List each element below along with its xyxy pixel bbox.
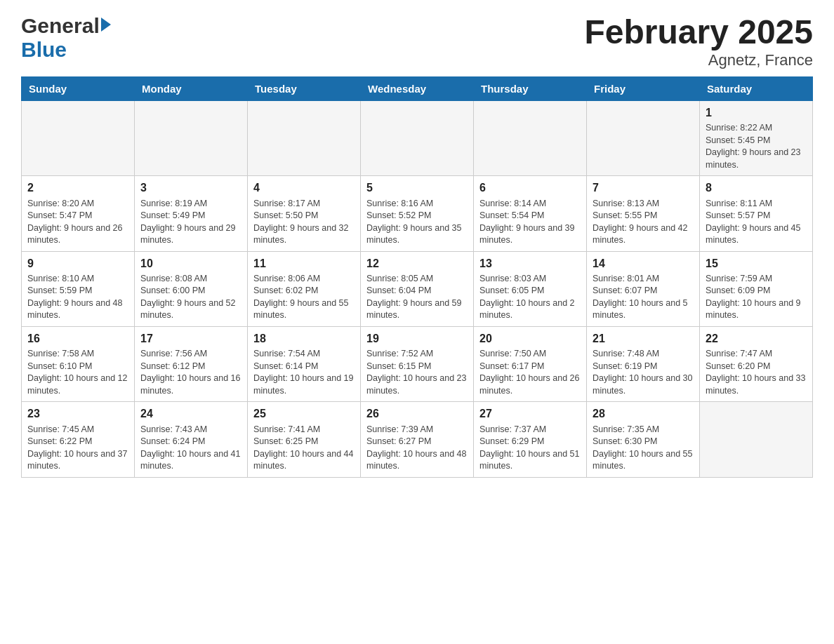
day-number: 28 — [593, 406, 694, 422]
day-number: 5 — [366, 180, 468, 196]
calendar-cell: 11Sunrise: 8:06 AMSunset: 6:02 PMDayligh… — [248, 251, 361, 326]
day-header-monday: Monday — [135, 76, 248, 100]
calendar-week-0: 1Sunrise: 8:22 AMSunset: 5:45 PMDaylight… — [22, 100, 813, 175]
calendar-cell: 19Sunrise: 7:52 AMSunset: 6:15 PMDayligh… — [361, 326, 474, 401]
day-number: 2 — [27, 180, 128, 196]
calendar-cell: 1Sunrise: 8:22 AMSunset: 5:45 PMDaylight… — [700, 100, 813, 175]
calendar-cell: 4Sunrise: 8:17 AMSunset: 5:50 PMDaylight… — [248, 176, 361, 251]
day-number: 19 — [366, 331, 468, 347]
day-header-saturday: Saturday — [700, 76, 813, 100]
sun-info: Sunrise: 7:45 AMSunset: 6:22 PMDaylight:… — [27, 424, 128, 473]
sun-info: Sunrise: 8:13 AMSunset: 5:55 PMDaylight:… — [593, 198, 694, 247]
calendar-cell: 16Sunrise: 7:58 AMSunset: 6:10 PMDayligh… — [22, 326, 135, 401]
sun-info: Sunrise: 8:16 AMSunset: 5:52 PMDaylight:… — [366, 198, 468, 247]
sun-info: Sunrise: 7:54 AMSunset: 6:14 PMDaylight:… — [253, 348, 355, 397]
sun-info: Sunrise: 7:47 AMSunset: 6:20 PMDaylight:… — [706, 348, 807, 397]
calendar-cell: 3Sunrise: 8:19 AMSunset: 5:49 PMDaylight… — [135, 176, 248, 251]
calendar-cell: 22Sunrise: 7:47 AMSunset: 6:20 PMDayligh… — [700, 326, 813, 401]
sun-info: Sunrise: 8:17 AMSunset: 5:50 PMDaylight:… — [253, 198, 355, 247]
sun-info: Sunrise: 8:05 AMSunset: 6:04 PMDaylight:… — [366, 273, 468, 322]
sun-info: Sunrise: 7:56 AMSunset: 6:12 PMDaylight:… — [140, 348, 241, 397]
day-number: 7 — [593, 180, 694, 196]
day-number: 22 — [706, 331, 807, 347]
calendar-cell: 25Sunrise: 7:41 AMSunset: 6:25 PMDayligh… — [248, 402, 361, 477]
calendar-cell — [135, 100, 248, 175]
calendar-cell: 17Sunrise: 7:56 AMSunset: 6:12 PMDayligh… — [135, 326, 248, 401]
logo: General Blue — [21, 14, 111, 62]
sun-info: Sunrise: 8:08 AMSunset: 6:00 PMDaylight:… — [140, 273, 241, 322]
calendar-cell: 9Sunrise: 8:10 AMSunset: 5:59 PMDaylight… — [22, 251, 135, 326]
sun-info: Sunrise: 7:35 AMSunset: 6:30 PMDaylight:… — [593, 424, 694, 473]
sun-info: Sunrise: 8:22 AMSunset: 5:45 PMDaylight:… — [706, 122, 807, 171]
sun-info: Sunrise: 8:14 AMSunset: 5:54 PMDaylight:… — [479, 198, 581, 247]
calendar-cell: 28Sunrise: 7:35 AMSunset: 6:30 PMDayligh… — [587, 402, 700, 477]
day-number: 23 — [27, 406, 128, 422]
calendar-week-3: 16Sunrise: 7:58 AMSunset: 6:10 PMDayligh… — [22, 326, 813, 401]
calendar-cell: 13Sunrise: 8:03 AMSunset: 6:05 PMDayligh… — [474, 251, 587, 326]
day-number: 11 — [253, 256, 355, 271]
sun-info: Sunrise: 8:20 AMSunset: 5:47 PMDaylight:… — [27, 198, 128, 247]
sun-info: Sunrise: 7:52 AMSunset: 6:15 PMDaylight:… — [366, 348, 468, 397]
sun-info: Sunrise: 8:19 AMSunset: 5:49 PMDaylight:… — [140, 198, 241, 247]
day-number: 4 — [253, 180, 355, 196]
calendar-cell — [361, 100, 474, 175]
calendar-cell: 15Sunrise: 7:59 AMSunset: 6:09 PMDayligh… — [700, 251, 813, 326]
calendar-cell: 7Sunrise: 8:13 AMSunset: 5:55 PMDaylight… — [587, 176, 700, 251]
day-header-wednesday: Wednesday — [361, 76, 474, 100]
calendar-cell — [587, 100, 700, 175]
logo-arrow-icon — [101, 18, 111, 32]
calendar-cell: 10Sunrise: 8:08 AMSunset: 6:00 PMDayligh… — [135, 251, 248, 326]
page-header: General Blue February 2025 Agnetz, Franc… — [21, 14, 813, 69]
day-header-friday: Friday — [587, 76, 700, 100]
calendar-cell: 2Sunrise: 8:20 AMSunset: 5:47 PMDaylight… — [22, 176, 135, 251]
calendar-cell: 20Sunrise: 7:50 AMSunset: 6:17 PMDayligh… — [474, 326, 587, 401]
day-number: 15 — [706, 256, 807, 271]
sun-info: Sunrise: 7:58 AMSunset: 6:10 PMDaylight:… — [27, 348, 128, 397]
day-number: 13 — [479, 256, 581, 271]
sun-info: Sunrise: 8:10 AMSunset: 5:59 PMDaylight:… — [27, 273, 128, 322]
calendar-header-row: SundayMondayTuesdayWednesdayThursdayFrid… — [22, 76, 813, 100]
calendar-cell: 14Sunrise: 8:01 AMSunset: 6:07 PMDayligh… — [587, 251, 700, 326]
calendar-cell: 6Sunrise: 8:14 AMSunset: 5:54 PMDaylight… — [474, 176, 587, 251]
sun-info: Sunrise: 7:48 AMSunset: 6:19 PMDaylight:… — [593, 348, 694, 397]
calendar-title: February 2025 — [584, 14, 813, 51]
day-number: 26 — [366, 406, 468, 422]
sun-info: Sunrise: 7:50 AMSunset: 6:17 PMDaylight:… — [479, 348, 581, 397]
calendar-cell: 8Sunrise: 8:11 AMSunset: 5:57 PMDaylight… — [700, 176, 813, 251]
calendar-week-1: 2Sunrise: 8:20 AMSunset: 5:47 PMDaylight… — [22, 176, 813, 251]
sun-info: Sunrise: 8:03 AMSunset: 6:05 PMDaylight:… — [479, 273, 581, 322]
day-number: 12 — [366, 256, 468, 271]
sun-info: Sunrise: 7:37 AMSunset: 6:29 PMDaylight:… — [479, 424, 581, 473]
calendar-cell: 18Sunrise: 7:54 AMSunset: 6:14 PMDayligh… — [248, 326, 361, 401]
day-number: 3 — [140, 180, 241, 196]
calendar-table: SundayMondayTuesdayWednesdayThursdayFrid… — [21, 76, 813, 478]
logo-blue-text: Blue — [21, 38, 67, 62]
day-number: 1 — [706, 105, 807, 121]
day-number: 14 — [593, 256, 694, 271]
day-number: 18 — [253, 331, 355, 347]
calendar-cell: 12Sunrise: 8:05 AMSunset: 6:04 PMDayligh… — [361, 251, 474, 326]
calendar-week-4: 23Sunrise: 7:45 AMSunset: 6:22 PMDayligh… — [22, 402, 813, 477]
day-number: 6 — [479, 180, 581, 196]
day-header-sunday: Sunday — [22, 76, 135, 100]
calendar-subtitle: Agnetz, France — [584, 51, 813, 69]
calendar-cell: 24Sunrise: 7:43 AMSunset: 6:24 PMDayligh… — [135, 402, 248, 477]
day-header-tuesday: Tuesday — [248, 76, 361, 100]
calendar-cell — [22, 100, 135, 175]
calendar-cell: 21Sunrise: 7:48 AMSunset: 6:19 PMDayligh… — [587, 326, 700, 401]
day-number: 24 — [140, 406, 241, 422]
sun-info: Sunrise: 7:41 AMSunset: 6:25 PMDaylight:… — [253, 424, 355, 473]
calendar-cell: 5Sunrise: 8:16 AMSunset: 5:52 PMDaylight… — [361, 176, 474, 251]
day-number: 27 — [479, 406, 581, 422]
day-number: 17 — [140, 331, 241, 347]
sun-info: Sunrise: 7:59 AMSunset: 6:09 PMDaylight:… — [706, 273, 807, 322]
day-number: 21 — [593, 331, 694, 347]
day-number: 10 — [140, 256, 241, 271]
calendar-cell: 26Sunrise: 7:39 AMSunset: 6:27 PMDayligh… — [361, 402, 474, 477]
sun-info: Sunrise: 8:01 AMSunset: 6:07 PMDaylight:… — [593, 273, 694, 322]
logo-general-text: General — [21, 14, 100, 38]
title-area: February 2025 Agnetz, France — [584, 14, 813, 69]
day-number: 9 — [27, 256, 128, 271]
sun-info: Sunrise: 8:11 AMSunset: 5:57 PMDaylight:… — [706, 198, 807, 247]
calendar-week-2: 9Sunrise: 8:10 AMSunset: 5:59 PMDaylight… — [22, 251, 813, 326]
